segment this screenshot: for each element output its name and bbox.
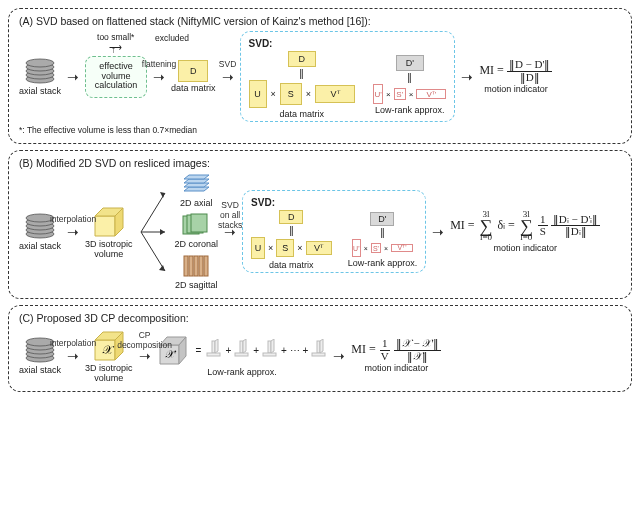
mi-lhs: MI = <box>450 218 474 232</box>
pre-den: V <box>379 351 391 363</box>
Dp-top: D' <box>370 212 394 226</box>
svd-box-b: SVD: D ‖ U × S × Vᵀ data matrix D' <box>242 190 426 273</box>
lowrank-caption: Low-rank approx. <box>207 367 277 377</box>
Vt-cell: Vᵀ <box>315 85 355 103</box>
effective-volume-box: effective volume calculation <box>85 56 147 98</box>
svd-content-row: D ‖ U × S × Vᵀ data matrix D' ‖ <box>249 51 447 119</box>
svg-marker-10 <box>95 216 115 236</box>
panel-a: (A) SVD based on flattened stack (NiftyM… <box>8 8 632 144</box>
svg-marker-19 <box>184 187 209 191</box>
arrow-icon: ➝ <box>432 224 444 240</box>
stack-sagittal: 2D sagittal <box>175 253 218 290</box>
svd-label: SVD <box>219 59 236 69</box>
D-top: D <box>279 210 303 224</box>
axial-stack-label: axial stack <box>19 365 61 375</box>
times-icon: × <box>304 89 313 99</box>
iso-volume: 3D isotropic volume <box>85 204 133 259</box>
svg-marker-20 <box>184 183 209 187</box>
svg-rect-44 <box>207 353 220 356</box>
times-icon: × <box>384 90 393 99</box>
S-cell: S <box>280 83 302 105</box>
svd-lowrank: D' ‖ U' × S' × Vᵀ' Low-rank approx. <box>348 212 418 268</box>
svd-title: SVD: <box>249 38 447 49</box>
axial-stack-label: axial stack <box>19 241 61 251</box>
svd-title: SVD: <box>251 197 417 208</box>
svg-rect-50 <box>263 353 276 356</box>
Vt-cell: Vᵀ <box>306 241 332 255</box>
interp-label: interpolation <box>50 338 96 348</box>
data-matrix-caption: data matrix <box>269 260 314 270</box>
times-icon: × <box>295 243 304 253</box>
lowrank-caption: Low-rank approx. <box>375 105 445 115</box>
panel-b: (B) Modified 2D SVD on resliced images: … <box>8 150 632 299</box>
U-cell: U <box>251 237 265 259</box>
svg-marker-45 <box>215 339 218 353</box>
svg-rect-47 <box>235 353 248 356</box>
arrow-cp: CP decomposition➝ <box>139 348 151 364</box>
arrow-icon: ➝ <box>333 348 345 364</box>
Vtp-cell: Vᵀ' <box>416 89 446 99</box>
mi-eq: MI = ‖D − D'‖ ‖D‖ <box>479 59 552 83</box>
svg-line-17 <box>141 232 165 271</box>
mi-den: ‖Dᵢ‖ <box>563 226 589 238</box>
Sp-cell: S' <box>371 243 381 253</box>
iso-label: 3D isotropic volume <box>85 239 133 259</box>
eq-icon: ‖ <box>378 227 387 238</box>
D-matrix: D <box>178 60 208 82</box>
blue-stack-icon <box>181 173 211 197</box>
mi-frac: ‖D − D'‖ ‖D‖ <box>507 59 553 83</box>
mi-lhs: MI = <box>351 342 375 356</box>
mi-den: ‖D‖ <box>518 72 542 84</box>
sum-bot: l=0 <box>480 233 492 242</box>
axial-stack-label: axial stack <box>19 86 61 96</box>
cube-icon <box>91 204 127 238</box>
times-icon: × <box>407 90 416 99</box>
brown-stack-icon <box>181 253 211 279</box>
branch-label: too small* <box>97 32 134 42</box>
mi-pre-frac: 1 V <box>379 338 391 362</box>
eq-icon: ‖ <box>297 68 306 79</box>
Sp-cell: S' <box>394 88 406 100</box>
Dp-top: D' <box>396 55 424 71</box>
rank1-icon <box>234 339 250 361</box>
data-matrix-label: data matrix <box>171 83 216 93</box>
panel-c-title: (C) Proposed 3D CP decomposition: <box>19 312 621 324</box>
branch-target: excluded <box>155 33 189 43</box>
mi-formula-a: MI = ‖D − D'‖ ‖D‖ motion indicator <box>479 59 552 94</box>
effective-volume-group: too small* ⟶ excluded ↑ effective volume… <box>85 56 147 98</box>
arrow-icon: ➝ <box>67 69 79 85</box>
svg-marker-51 <box>271 339 274 353</box>
mi-formula-c: MI = 1 V ‖𝒳 − 𝒳'‖ ‖𝒳‖ motion indicator <box>351 338 441 373</box>
2d-sagittal-label: 2D sagittal <box>175 280 218 290</box>
pre-den: S <box>538 226 548 238</box>
panel-a-footnote: *: The effective volume is less than 0.7… <box>19 125 621 135</box>
coin-stack-icon <box>23 57 57 85</box>
svg-marker-16 <box>160 229 165 235</box>
cp-sum-row: 𝒳' = + + + ⋯ + <box>157 334 328 366</box>
usv-row: U × S × Vᵀ <box>249 80 356 108</box>
arrow-svd: SVD➝ <box>222 69 234 85</box>
svg-rect-25 <box>191 214 207 232</box>
panel-c-flow: axial stack interpolation➝ 𝒳 3D isotropi… <box>19 328 621 383</box>
mi-lhs: MI = <box>479 63 503 77</box>
mi-eq: MI = 3l ∑ l=0 δᵢ = 3l ∑ l=0 1 S ‖Dᵢ − D <box>450 210 600 242</box>
svd-decomp: D ‖ U × S × Vᵀ data matrix <box>251 210 332 270</box>
plus-dots: + ⋯ + <box>281 345 308 356</box>
usv-prime-row: U' × S' × Vᵀ' <box>373 84 446 104</box>
cp-label: CP decomposition <box>117 330 172 350</box>
times-icon: × <box>362 245 370 252</box>
split-arrows-icon <box>139 177 169 287</box>
mi-main-frac: ‖Dᵢ − D'ᵢ‖ ‖Dᵢ‖ <box>551 214 601 238</box>
svg-rect-28 <box>194 256 198 276</box>
sum-bot2: l=0 <box>520 233 532 242</box>
svg-marker-54 <box>320 339 323 353</box>
mi-eq: MI = 1 V ‖𝒳 − 𝒳'‖ ‖𝒳‖ <box>351 338 441 362</box>
svg-rect-27 <box>189 256 193 276</box>
svg-rect-53 <box>312 353 325 356</box>
svg-line-13 <box>141 193 165 232</box>
D-top: D <box>288 51 316 67</box>
mi-num: ‖𝒳 − 𝒳'‖ <box>394 338 442 351</box>
panel-b-title: (B) Modified 2D SVD on resliced images: <box>19 157 621 169</box>
times-icon: × <box>382 245 390 252</box>
resliced-stacks: 2D axial 2D coronal <box>175 173 219 290</box>
